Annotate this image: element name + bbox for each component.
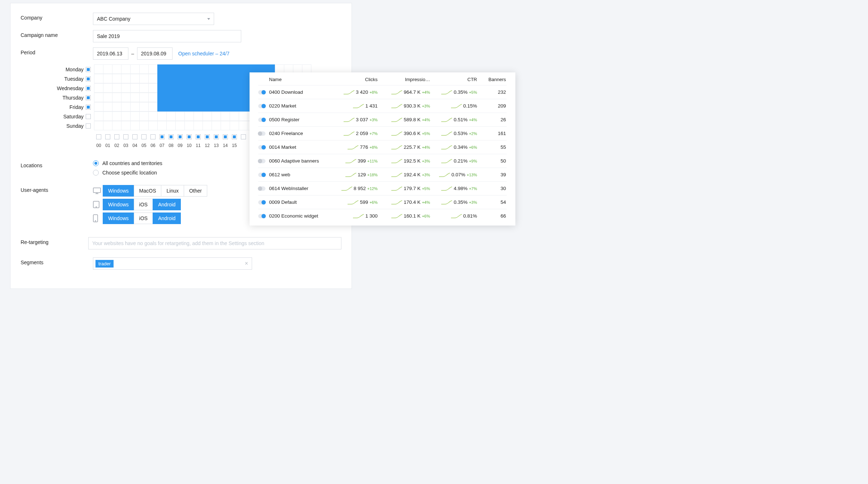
schedule-slot[interactable] bbox=[166, 111, 176, 121]
schedule-slot[interactable] bbox=[184, 102, 194, 111]
schedule-hour-checkbox[interactable] bbox=[223, 134, 228, 139]
schedule-slot[interactable] bbox=[212, 83, 221, 93]
schedule-slot[interactable] bbox=[193, 102, 203, 111]
schedule-slot[interactable] bbox=[139, 64, 149, 74]
schedule-slot[interactable] bbox=[212, 74, 221, 83]
schedule-day-checkbox[interactable] bbox=[86, 76, 91, 81]
schedule-slot[interactable] bbox=[166, 74, 176, 83]
schedule-slot[interactable] bbox=[112, 102, 122, 111]
schedule-slot[interactable] bbox=[212, 111, 221, 121]
schedule-slot[interactable] bbox=[175, 93, 185, 102]
schedule-slot[interactable] bbox=[121, 121, 131, 130]
campaign-name[interactable]: 0060 Adaptive banners bbox=[269, 158, 331, 164]
campaign-toggle[interactable] bbox=[258, 104, 265, 108]
segment-tag[interactable]: trader bbox=[95, 260, 114, 268]
schedule-slot[interactable] bbox=[112, 121, 122, 130]
schedule-slot[interactable] bbox=[203, 111, 212, 121]
schedule-slot[interactable] bbox=[212, 64, 221, 74]
schedule-slot[interactable] bbox=[157, 64, 167, 74]
schedule-slot[interactable] bbox=[139, 121, 149, 130]
schedule-slot[interactable] bbox=[103, 74, 112, 83]
schedule-slot[interactable] bbox=[130, 121, 140, 130]
table-header[interactable]: Name bbox=[269, 77, 331, 82]
campaign-toggle[interactable] bbox=[258, 200, 265, 205]
schedule-slot[interactable] bbox=[157, 102, 167, 111]
schedule-hour-checkbox[interactable] bbox=[187, 134, 192, 139]
schedule-hour-checkbox[interactable] bbox=[105, 134, 110, 139]
schedule-slot[interactable] bbox=[221, 64, 230, 74]
schedule-slot[interactable] bbox=[139, 102, 149, 111]
schedule-hour-checkbox[interactable] bbox=[150, 134, 156, 139]
schedule-slot[interactable] bbox=[112, 83, 122, 93]
clear-segments-icon[interactable]: × bbox=[243, 260, 250, 267]
schedule-slot[interactable] bbox=[130, 111, 140, 121]
schedule-slot[interactable] bbox=[94, 93, 103, 102]
schedule-slot[interactable] bbox=[157, 83, 167, 93]
schedule-slot[interactable] bbox=[193, 74, 203, 83]
schedule-slot[interactable] bbox=[94, 83, 103, 93]
schedule-slot[interactable] bbox=[94, 74, 103, 83]
schedule-hour-checkbox[interactable] bbox=[178, 134, 183, 139]
campaign-toggle[interactable] bbox=[258, 173, 265, 177]
schedule-slot[interactable] bbox=[148, 121, 158, 130]
schedule-slot[interactable] bbox=[94, 102, 103, 111]
schedule-slot[interactable] bbox=[175, 83, 185, 93]
ua-tablet-ios-button[interactable]: iOS bbox=[134, 199, 153, 210]
schedule-slot[interactable] bbox=[239, 102, 248, 111]
schedule-slot[interactable] bbox=[212, 93, 221, 102]
schedule-slot[interactable] bbox=[121, 83, 131, 93]
schedule-slot[interactable] bbox=[193, 121, 203, 130]
schedule-slot[interactable] bbox=[103, 93, 112, 102]
schedule-slot[interactable] bbox=[148, 64, 158, 74]
schedule-slot[interactable] bbox=[184, 121, 194, 130]
schedule-slot[interactable] bbox=[239, 83, 248, 93]
schedule-day-checkbox[interactable] bbox=[86, 105, 91, 110]
schedule-hour-checkbox[interactable] bbox=[114, 134, 119, 139]
campaign-name[interactable]: 0220 Market bbox=[269, 103, 331, 109]
schedule-slot[interactable] bbox=[230, 111, 239, 121]
schedule-hour-checkbox[interactable] bbox=[196, 134, 201, 139]
schedule-slot[interactable] bbox=[203, 121, 212, 130]
schedule-hour-checkbox[interactable] bbox=[205, 134, 210, 139]
ua-desktop-macos-button[interactable]: MacOS bbox=[134, 185, 162, 197]
schedule-day-checkbox[interactable] bbox=[86, 95, 91, 100]
ua-tablet-android-button[interactable]: Android bbox=[153, 199, 181, 210]
schedule-slot[interactable] bbox=[239, 74, 248, 83]
schedule-slot[interactable] bbox=[166, 121, 176, 130]
schedule-slot[interactable] bbox=[230, 93, 239, 102]
schedule-slot[interactable] bbox=[157, 93, 167, 102]
ua-desktop-linux-button[interactable]: Linux bbox=[161, 185, 184, 197]
schedule-slot[interactable] bbox=[157, 121, 167, 130]
schedule-hour-checkbox[interactable] bbox=[132, 134, 137, 139]
campaign-name[interactable]: 0614 WebInstaller bbox=[269, 186, 331, 191]
campaign-toggle[interactable] bbox=[258, 118, 265, 122]
schedule-slot[interactable] bbox=[203, 83, 212, 93]
campaign-name-input[interactable]: Sale 2019 bbox=[93, 30, 241, 42]
campaign-name[interactable]: 0400 Download bbox=[269, 89, 331, 95]
schedule-slot[interactable] bbox=[103, 102, 112, 111]
schedule-slot[interactable] bbox=[166, 93, 176, 102]
schedule-slot[interactable] bbox=[193, 93, 203, 102]
campaign-name[interactable]: 0009 Default bbox=[269, 199, 331, 205]
table-header[interactable]: Impressio… bbox=[378, 77, 430, 82]
open-scheduler-link[interactable]: Open scheduler – 24/7 bbox=[178, 51, 230, 56]
schedule-slot[interactable] bbox=[239, 93, 248, 102]
schedule-slot[interactable] bbox=[157, 111, 167, 121]
schedule-slot[interactable] bbox=[139, 83, 149, 93]
ua-tablet-windows-button[interactable]: Windows bbox=[103, 199, 134, 210]
schedule-slot[interactable] bbox=[175, 111, 185, 121]
table-header[interactable]: Clicks bbox=[331, 77, 378, 82]
ua-mobile-ios-button[interactable]: iOS bbox=[134, 212, 153, 224]
table-header[interactable]: Banners bbox=[477, 77, 506, 82]
campaign-toggle[interactable] bbox=[258, 159, 265, 163]
campaign-name[interactable]: 0500 Register bbox=[269, 117, 331, 122]
schedule-slot[interactable] bbox=[212, 102, 221, 111]
schedule-slot[interactable] bbox=[112, 111, 122, 121]
campaign-toggle[interactable] bbox=[258, 131, 265, 136]
schedule-slot[interactable] bbox=[203, 64, 212, 74]
schedule-slot[interactable] bbox=[130, 83, 140, 93]
schedule-slot[interactable] bbox=[166, 102, 176, 111]
schedule-slot[interactable] bbox=[148, 102, 158, 111]
schedule-hour-checkbox[interactable] bbox=[232, 134, 237, 139]
schedule-slot[interactable] bbox=[112, 74, 122, 83]
